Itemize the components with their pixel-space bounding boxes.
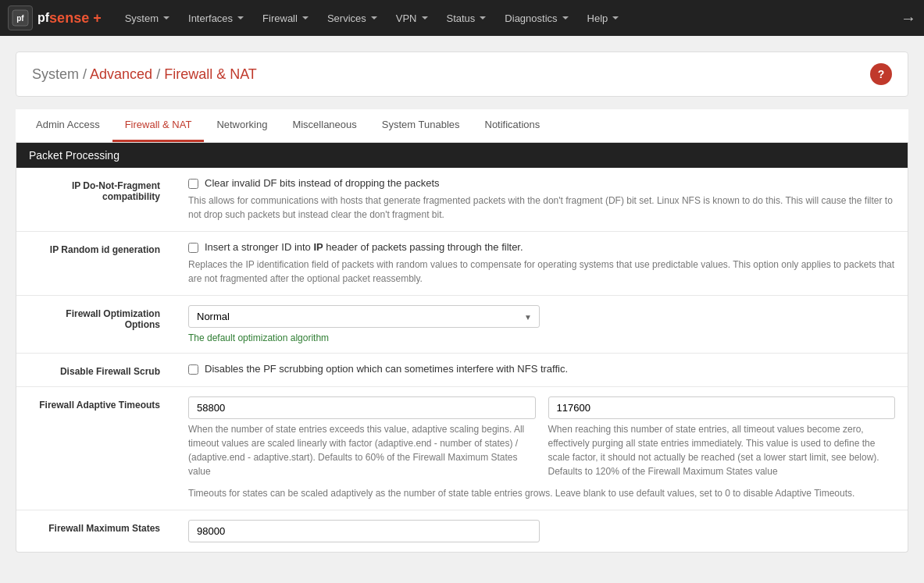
navbar-item-services[interactable]: Services [319,8,385,29]
svg-text:pf: pf [16,14,24,23]
navbar-item-interfaces[interactable]: Interfaces [180,8,252,29]
help-input2-4: When reaching this number of state entri… [548,422,896,478]
form-table: IP Do-Not-Fragment compatibilityClear in… [16,168,908,552]
checkbox-row-3: Disables the PF scrubbing option which c… [188,363,895,375]
row-content-4: When the number of state entries exceeds… [173,387,908,510]
navbar-right: → [901,9,916,27]
page-header: System / Advanced / Firewall & NAT ? [16,52,908,97]
content-area: Packet Processing IP Do-Not-Fragment com… [16,143,908,553]
row-content-2: NormalHigh latencyConservativeAggressive… [173,296,908,354]
input-adaptive-start-4[interactable] [188,396,536,419]
form-row-1: IP Random id generationInsert a stronger… [16,232,908,296]
help-icon[interactable]: ? [870,63,892,85]
brand-plus: sense + [49,10,102,27]
select-link-2[interactable]: The default optimization algorithm [188,332,895,343]
navbar-item-system[interactable]: System [117,8,177,29]
section-header: Packet Processing [16,143,908,168]
row-content-3: Disables the PF scrubbing option which c… [173,354,908,387]
navbar-item-status[interactable]: Status [439,8,494,29]
navbar-nav: System Interfaces Firewall Services VPN … [117,8,627,29]
row-label-5: Firewall Maximum States [16,510,173,553]
form-row-5: Firewall Maximum States [16,510,908,553]
navbar-item-diagnostics[interactable]: Diagnostics [497,8,576,29]
navbar-item-help[interactable]: Help [580,8,627,29]
brand-logo: pf [8,5,33,30]
checkbox-label-1: Insert a stronger ID into IP header of p… [205,241,523,253]
logout-icon[interactable]: → [901,9,916,27]
tab-miscellaneous[interactable]: Miscellaneous [280,109,369,142]
row-label-3: Disable Firewall Scrub [16,354,173,387]
brand-name: pf [37,11,49,25]
input-group-2-4: When reaching this number of state entri… [548,396,896,478]
checkbox-0[interactable] [188,179,198,189]
form-row-3: Disable Firewall ScrubDisables the PF sc… [16,354,908,387]
row-label-4: Firewall Adaptive Timeouts [16,387,173,510]
tab-notifications[interactable]: Notifications [473,109,553,142]
tab-firewall-&-nat[interactable]: Firewall & NAT [112,109,205,142]
checkbox-label-0: Clear invalid DF bits instead of droppin… [205,177,440,189]
breadcrumb: System / Advanced / Firewall & NAT [32,66,257,83]
checkbox-3[interactable] [188,364,198,375]
form-row-2: Firewall Optimization OptionsNormalHigh … [16,296,908,354]
navbar: pf pfsense + System Interfaces Firewall … [0,0,924,36]
select-2[interactable]: NormalHigh latencyConservativeAggressive [188,305,540,328]
two-inputs-4: When the number of state entries exceeds… [188,396,895,478]
tab-system-tunables[interactable]: System Tunables [369,109,473,142]
breadcrumb-system: System [32,66,79,82]
breadcrumb-sep2: / [156,66,164,82]
row-label-2: Firewall Optimization Options [16,296,173,354]
row-content-1: Insert a stronger ID into IP header of p… [173,232,908,296]
row-content-0: Clear invalid DF bits instead of droppin… [173,168,908,232]
input-group-1-4: When the number of state entries exceeds… [188,396,536,478]
checkbox-row-0: Clear invalid DF bits instead of droppin… [188,177,895,189]
footer-text-4: Timeouts for states can be scaled adapti… [188,486,895,500]
breadcrumb-sep1: / [83,66,90,82]
row-label-1: IP Random id generation [16,232,173,296]
checkbox-row-1: Insert a stronger ID into IP header of p… [188,241,895,253]
form-row-0: IP Do-Not-Fragment compatibilityClear in… [16,168,908,232]
form-row-4: Firewall Adaptive TimeoutsWhen the numbe… [16,387,908,510]
row-content-5 [173,510,908,553]
help-text-1: Replaces the IP identification field of … [188,258,895,286]
breadcrumb-page[interactable]: Firewall & NAT [164,66,257,82]
tabs-container: Admin AccessFirewall & NATNetworkingMisc… [16,109,908,143]
checkbox-label-3: Disables the PF scrubbing option which c… [205,363,568,375]
input-adaptive-end-4[interactable] [548,396,896,419]
help-input1-4: When the number of state entries exceeds… [188,422,536,478]
checkbox-1[interactable] [188,243,198,253]
input-max-states[interactable] [188,520,540,542]
brand[interactable]: pf pfsense + [8,5,102,30]
select-wrapper-2: NormalHigh latencyConservativeAggressive [188,305,540,328]
navbar-item-firewall[interactable]: Firewall [255,8,316,29]
tab-admin-access[interactable]: Admin Access [23,109,112,142]
tab-networking[interactable]: Networking [204,109,280,142]
row-label-0: IP Do-Not-Fragment compatibility [16,168,173,232]
help-text-0: This allows for communications with host… [188,194,895,222]
navbar-item-vpn[interactable]: VPN [388,8,436,29]
breadcrumb-advanced[interactable]: Advanced [90,66,152,82]
